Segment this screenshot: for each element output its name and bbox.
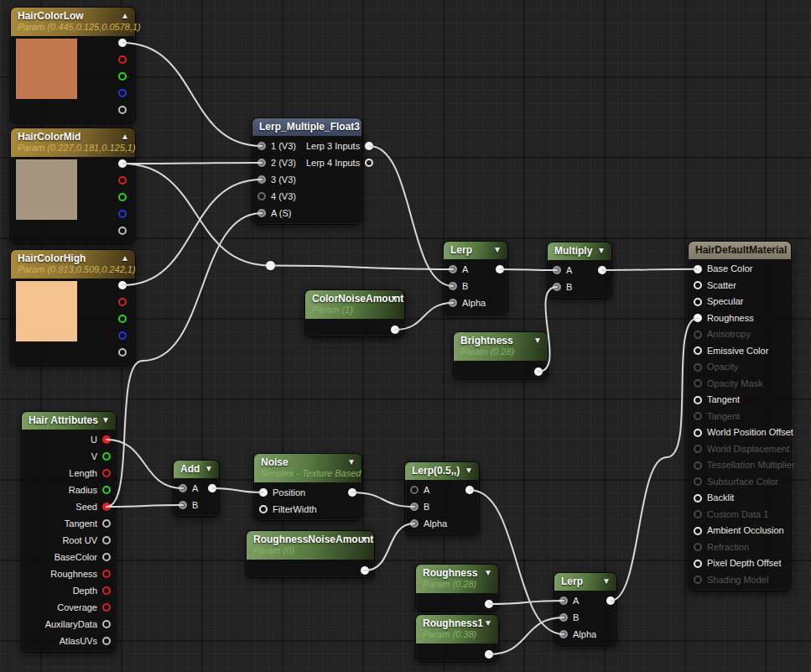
- dropdown-icon[interactable]: ▼: [360, 534, 368, 544]
- out-pin[interactable]: [485, 600, 493, 608]
- dropdown-icon[interactable]: ▼: [465, 466, 473, 475]
- g-pin[interactable]: [118, 72, 127, 81]
- out-pin[interactable]: [534, 367, 543, 376]
- FilterWidth-pin[interactable]: [259, 505, 268, 513]
- b-pin[interactable]: [118, 89, 127, 97]
- out-pin[interactable]: [496, 265, 504, 273]
- b-pin[interactable]: [118, 210, 127, 218]
- node-hairColorMid[interactable]: HairColorMidParam (0.227,0.181,0.125,1)▲: [10, 128, 136, 244]
- dropdown-icon[interactable]: ▼: [602, 576, 611, 586]
- wire[interactable]: [122, 180, 262, 285]
- shading_model-pin[interactable]: [694, 576, 702, 584]
- dropdown-icon[interactable]: ▼: [390, 294, 398, 303]
- dropdown-icon[interactable]: ▼: [101, 415, 110, 425]
- out-pin[interactable]: [361, 566, 369, 575]
- BaseColor-pin[interactable]: [102, 553, 111, 561]
- in1-pin[interactable]: [257, 142, 266, 150]
- node-brightness[interactable]: BrightnessParam (0.28)▼: [453, 331, 548, 379]
- node-hairColorLow[interactable]: HairColorLowParam (0.445,0.125,0.0578,1)…: [10, 7, 136, 123]
- node-material[interactable]: HairDefaultMaterialBase ColorScatterSpec…: [688, 241, 792, 591]
- U-pin[interactable]: [102, 435, 111, 444]
- graph-canvas[interactable]: HairColorLowParam (0.445,0.125,0.0578,1)…: [0, 0, 811, 672]
- node-noise[interactable]: NoiseSimplex - Texture Based▼PositionFil…: [253, 453, 362, 521]
- in2-pin[interactable]: [257, 159, 266, 167]
- a-pin[interactable]: [118, 348, 127, 357]
- out-pin[interactable]: [606, 596, 615, 605]
- out-pin[interactable]: [208, 484, 216, 492]
- collapse-icon[interactable]: ▲: [121, 11, 129, 20]
- Length-pin[interactable]: [102, 469, 111, 477]
- Position-pin[interactable]: [259, 488, 268, 497]
- Alpha-pin[interactable]: [449, 299, 457, 307]
- Coverage-pin[interactable]: [102, 603, 111, 612]
- wire[interactable]: [122, 43, 262, 146]
- Alpha-pin[interactable]: [410, 519, 418, 528]
- A-pin[interactable]: [553, 266, 561, 274]
- g-pin[interactable]: [118, 193, 127, 201]
- wire[interactable]: [122, 163, 262, 164]
- node-add[interactable]: Add▼AB: [173, 460, 220, 517]
- node-lerp2[interactable]: Lerp▼ABAlpha: [554, 572, 617, 646]
- B-pin[interactable]: [559, 613, 568, 622]
- wpo-pin[interactable]: [694, 429, 702, 437]
- in4-pin[interactable]: [257, 192, 266, 201]
- node-hairColorHigh[interactable]: HairColorHighParam (0.913,0.509,0.242,1)…: [10, 249, 136, 366]
- Depth-pin[interactable]: [102, 586, 111, 595]
- wire[interactable]: [489, 601, 564, 604]
- tangent-pin[interactable]: [694, 396, 702, 404]
- dropdown-icon[interactable]: ▼: [205, 464, 213, 473]
- node-hairAttributes[interactable]: Hair Attributes▼UVLengthRadiusSeedTangen…: [21, 411, 117, 653]
- wire[interactable]: [107, 440, 183, 488]
- dropdown-icon[interactable]: ▼: [597, 246, 606, 255]
- wire[interactable]: [470, 490, 564, 634]
- as-pin[interactable]: [257, 209, 266, 217]
- wire[interactable]: [122, 164, 271, 266]
- AtlasUVs-pin[interactable]: [102, 637, 111, 645]
- Roughness-pin[interactable]: [102, 570, 111, 578]
- B-pin[interactable]: [553, 283, 561, 291]
- out-pin[interactable]: [348, 488, 356, 497]
- B-pin[interactable]: [179, 501, 187, 509]
- backlit-pin[interactable]: [694, 494, 702, 503]
- B-pin[interactable]: [449, 282, 457, 290]
- out3-pin[interactable]: [365, 142, 373, 150]
- wire[interactable]: [271, 266, 454, 270]
- node-multiply[interactable]: Multiply▼AB: [547, 242, 612, 299]
- rgb-pin[interactable]: [118, 159, 127, 168]
- out4-pin[interactable]: [365, 159, 373, 167]
- node-roughnessNoiseAmount[interactable]: RoughnessNoiseAmountParam (0)▼: [246, 530, 375, 578]
- in3-pin[interactable]: [257, 175, 266, 184]
- A-pin[interactable]: [449, 265, 457, 273]
- tessellation-pin[interactable]: [694, 461, 702, 470]
- a-pin[interactable]: [118, 106, 127, 114]
- A-pin[interactable]: [410, 486, 418, 494]
- anisotropy-pin[interactable]: [694, 331, 702, 339]
- out-pin[interactable]: [465, 486, 474, 494]
- node-lerpMultiple[interactable]: Lerp_Multiple_Float31 (V3)2 (V3)3 (V3)4 …: [252, 117, 362, 225]
- opacity_mask-pin[interactable]: [694, 379, 702, 388]
- wire[interactable]: [369, 146, 453, 286]
- AuxilaryData-pin[interactable]: [102, 620, 111, 628]
- r-pin[interactable]: [118, 176, 127, 185]
- scatter-pin[interactable]: [694, 281, 702, 289]
- dropdown-icon[interactable]: ▼: [484, 618, 492, 628]
- rgb-pin[interactable]: [118, 281, 127, 289]
- V-pin[interactable]: [102, 452, 111, 461]
- wire[interactable]: [107, 505, 183, 507]
- dropdown-icon[interactable]: ▼: [484, 568, 492, 577]
- emissive_color-pin[interactable]: [694, 346, 702, 355]
- refraction-pin[interactable]: [694, 543, 702, 551]
- a-pin[interactable]: [118, 227, 127, 235]
- pdo-pin[interactable]: [694, 560, 702, 568]
- Alpha-pin[interactable]: [559, 630, 568, 638]
- tangent2-pin[interactable]: [694, 412, 702, 420]
- node-roughness1[interactable]: Roughness1Param (0.38)▼: [415, 614, 499, 662]
- RootUV-pin[interactable]: [102, 536, 111, 544]
- base_color-pin[interactable]: [694, 265, 702, 273]
- world_displacement-pin[interactable]: [694, 445, 702, 453]
- roughness-pin[interactable]: [694, 314, 702, 322]
- specular-pin[interactable]: [694, 298, 702, 306]
- rgb-pin[interactable]: [118, 39, 127, 47]
- node-lerp05[interactable]: Lerp(0.5,,)▼ABAlpha: [404, 461, 480, 535]
- ambient_occlusion-pin[interactable]: [694, 527, 702, 535]
